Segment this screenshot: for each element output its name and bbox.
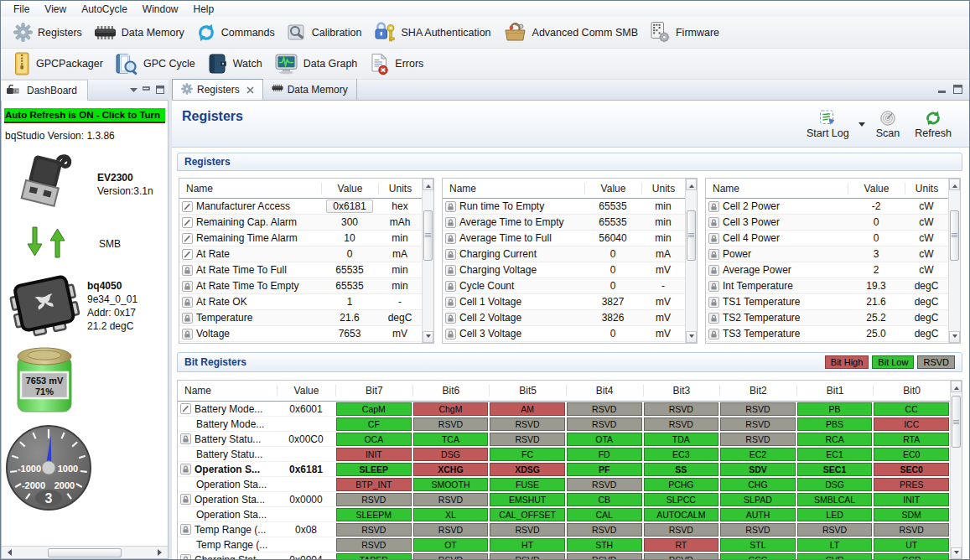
- bit-cell-rsvd[interactable]: RSVD: [490, 523, 565, 537]
- bit-cell-ec0[interactable]: EC0: [874, 448, 949, 461]
- tab-data-memory[interactable]: Data Memory: [263, 79, 357, 100]
- register-row[interactable]: Cell 1 Voltage3827mV: [443, 294, 685, 310]
- bit-register-row[interactable]: Battery Statu...INITDSGFCFDEC3EC2EC1EC0: [178, 447, 950, 462]
- bit-cell-stl[interactable]: STL: [720, 538, 796, 552]
- bit-cell-ss[interactable]: SS: [644, 463, 719, 476]
- register-row[interactable]: Voltage7653mV: [179, 326, 422, 342]
- toolbar-button-data-memory[interactable]: Data Memory: [90, 21, 192, 44]
- minimize-view-icon[interactable]: [938, 82, 947, 97]
- bit-cell-rsvd[interactable]: RSVD: [567, 478, 642, 491]
- maximize-view-icon[interactable]: [953, 82, 962, 97]
- bit-cell-xl[interactable]: XL: [413, 508, 489, 521]
- register-row[interactable]: Cell 3 Voltage0mV: [443, 326, 685, 342]
- bit-cell-sec0[interactable]: SEC0: [874, 463, 949, 476]
- register-row[interactable]: Cycle Count0-: [443, 278, 685, 294]
- bit-cell-rsvd[interactable]: RSVD: [644, 523, 719, 537]
- tab-dashboard[interactable]: DashBoard: [1, 80, 88, 101]
- toolbar-button-errors[interactable]: Errors: [365, 49, 431, 79]
- bit-cell-rsvd[interactable]: RSVD: [644, 417, 719, 431]
- scroll-up-icon[interactable]: [949, 179, 960, 190]
- bit-cell-rca[interactable]: RCA: [797, 433, 873, 446]
- bit-cell-fd[interactable]: FD: [567, 448, 642, 461]
- auto-refresh-banner[interactable]: Auto Refresh is ON - Click to Turn: [4, 108, 165, 123]
- action-scan[interactable]: Scan: [870, 107, 906, 142]
- bit-cell-cb[interactable]: CB: [567, 493, 642, 506]
- bit-cell-ec3[interactable]: EC3: [644, 448, 719, 461]
- bit-register-row[interactable]: Operation S...0x6181SLEEPXCHGXDSGPFSSSDV…: [178, 462, 950, 477]
- bit-cell-am[interactable]: AM: [490, 402, 565, 416]
- bit-cell-slpcc[interactable]: SLPCC: [644, 493, 719, 506]
- bit-cell-smooth[interactable]: SMOOTH: [413, 478, 489, 491]
- bit-cell-sleep[interactable]: SLEEP: [336, 463, 412, 476]
- register-row[interactable]: Power3cW: [706, 246, 948, 262]
- bit-cell-pchg[interactable]: PCHG: [644, 478, 719, 491]
- register-row[interactable]: At Rate0mA: [179, 246, 422, 262]
- bit-cell-rsvd[interactable]: RSVD: [413, 553, 489, 559]
- bit-cell-sleepm[interactable]: SLEEPM: [336, 508, 412, 521]
- bit-cell-rsvd[interactable]: RSVD: [644, 553, 719, 559]
- bit-cell-ut[interactable]: UT: [874, 538, 949, 552]
- bit-cell-auth[interactable]: AUTH: [720, 508, 796, 521]
- register-row[interactable]: Charging Current0mA: [443, 246, 685, 262]
- scroll-left-icon[interactable]: [2, 547, 14, 559]
- scroll-track[interactable]: [951, 392, 962, 547]
- bit-cell-fuse[interactable]: FUSE: [490, 478, 565, 491]
- register-row[interactable]: Cell 3 Power0cW: [706, 215, 948, 231]
- bit-cell-sdm[interactable]: SDM: [874, 508, 949, 521]
- register-row[interactable]: At Rate Time To Full65535min: [179, 262, 422, 278]
- register-row[interactable]: TS3 Temperature25.0degC: [706, 326, 948, 342]
- scroll-right-icon[interactable]: [155, 547, 168, 559]
- bit-cell-taper[interactable]: TAPER: [336, 553, 412, 559]
- bit-cell-rsvd[interactable]: RSVD: [567, 417, 642, 431]
- bit-cell-rsvd[interactable]: RSVD: [567, 402, 642, 416]
- toolbar-button-firmware[interactable]: Firmware: [646, 18, 727, 47]
- bit-table-scrollbar[interactable]: [950, 381, 962, 559]
- bit-cell-emshut[interactable]: EMSHUT: [490, 493, 565, 506]
- bit-register-row[interactable]: Battery Mode...CFRSVDRSVDRSVDRSVDRSVDPBS…: [178, 417, 950, 432]
- bit-register-row[interactable]: Operation Sta...SLEEPMXLCAL_OFFSETCALAUT…: [178, 507, 950, 522]
- scroll-thumb[interactable]: [423, 210, 433, 261]
- bit-cell-rsvd[interactable]: RSVD: [413, 417, 489, 431]
- action-start-log[interactable]: Start Log: [801, 106, 855, 142]
- bit-cell-autocalm[interactable]: AUTOCALM: [644, 508, 719, 521]
- bit-register-row[interactable]: Charging Stat...0x0004TAPERRSVDRSVDRSVDR…: [178, 552, 950, 559]
- register-row[interactable]: Cell 2 Voltage3826mV: [443, 310, 685, 326]
- toolbar-button-data-graph[interactable]: Data Graph: [270, 49, 366, 78]
- bit-cell-rsvd[interactable]: RSVD: [490, 417, 565, 431]
- toolbar-button-advanced-comm-smb[interactable]: Advanced Comm SMB: [499, 18, 646, 46]
- register-row[interactable]: Remaining Time Alarm10min: [179, 231, 422, 246]
- bit-cell-ccc[interactable]: CCC: [720, 553, 796, 559]
- toolbar-button-sha-authentication[interactable]: SHA Authentication: [370, 18, 499, 47]
- bit-cell-cal[interactable]: CAL: [567, 508, 642, 521]
- bit-cell-ota[interactable]: OTA: [567, 433, 642, 446]
- register-row[interactable]: Run time To Empty65535min: [443, 199, 685, 215]
- scroll-track[interactable]: [686, 190, 697, 331]
- register-row[interactable]: Cell 4 Power0cW: [706, 231, 948, 246]
- scroll-down-icon[interactable]: [686, 331, 697, 343]
- bit-register-row[interactable]: Operation Sta...0x0000RSVDRSVDEMSHUTCBSL…: [178, 492, 950, 507]
- bit-cell-cc[interactable]: CC: [874, 402, 949, 416]
- scroll-track[interactable]: [423, 190, 433, 331]
- bit-cell-btp-int[interactable]: BTP_INT: [336, 478, 412, 491]
- bit-cell-ht[interactable]: HT: [490, 538, 565, 552]
- bit-cell-rsvd[interactable]: RSVD: [490, 433, 565, 446]
- bit-cell-lt[interactable]: LT: [797, 538, 873, 552]
- bit-cell-pf[interactable]: PF: [567, 463, 642, 476]
- bit-cell-rsvd[interactable]: RSVD: [874, 523, 949, 537]
- menu-item-window[interactable]: Window: [135, 2, 186, 17]
- table-scrollbar[interactable]: [422, 179, 433, 343]
- bit-cell-init[interactable]: INIT: [336, 448, 412, 461]
- bit-cell-rsvd[interactable]: RSVD: [720, 433, 796, 446]
- toolbar-button-watch[interactable]: Watch: [203, 49, 270, 79]
- bit-cell-icc[interactable]: ICC: [874, 417, 949, 431]
- maximize-panel-icon[interactable]: [156, 86, 164, 94]
- view-menu-icon[interactable]: [130, 87, 137, 93]
- scroll-thumb[interactable]: [687, 210, 696, 261]
- scroll-thumb[interactable]: [950, 210, 959, 261]
- bit-cell-led[interactable]: LED: [797, 508, 873, 521]
- bit-cell-rsvd[interactable]: RSVD: [567, 553, 642, 559]
- register-row[interactable]: Temperature21.6degC: [179, 310, 422, 326]
- bit-cell-rsvd[interactable]: RSVD: [336, 523, 412, 537]
- scroll-up-icon[interactable]: [951, 381, 962, 392]
- menu-item-file[interactable]: File: [6, 2, 37, 17]
